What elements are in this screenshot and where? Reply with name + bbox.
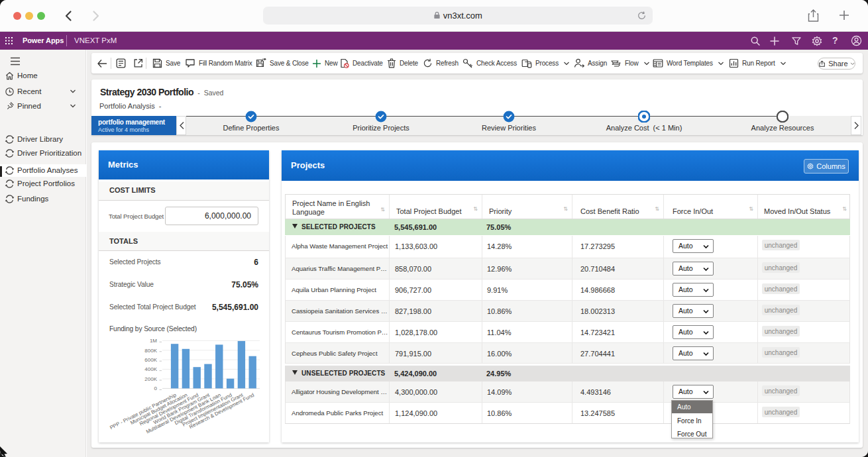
svg-text:200K: 200K (144, 376, 157, 382)
svg-text:0: 0 (154, 385, 158, 391)
svg-text:400K: 400K (144, 366, 157, 372)
svg-text:1M: 1M (150, 338, 157, 344)
svg-text:600K: 600K (144, 357, 157, 363)
svg-text:800K: 800K (144, 348, 157, 354)
